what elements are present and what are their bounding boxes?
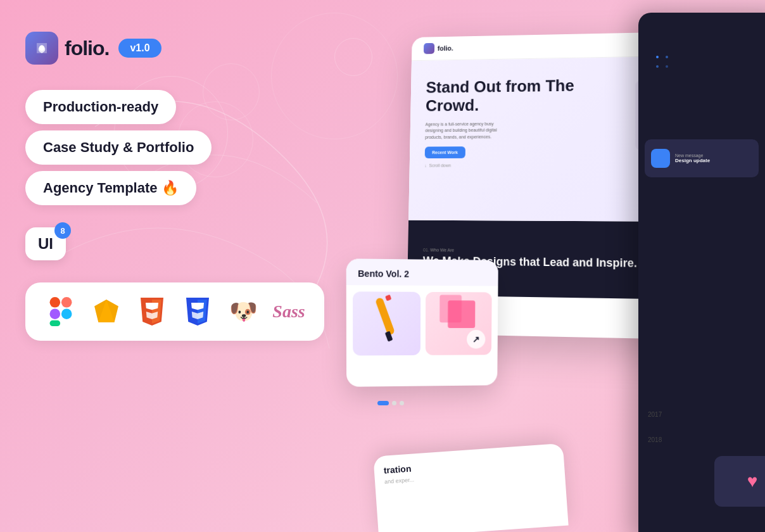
mockup-cta-button[interactable]: Recent Work <box>425 147 465 159</box>
bento-label: Bento Vol. 2 <box>358 269 409 279</box>
svg-rect-33 <box>375 297 395 336</box>
pill-case-study: Case Study & Portfolio <box>25 130 212 165</box>
bento-mockup: Bento Vol. 2 ↗ <box>346 258 498 387</box>
ui-badge-container: UI 8 <box>25 227 374 260</box>
tech-stack: 🐶 Sass <box>25 282 324 341</box>
pill-text-2: Agency Template 🔥 <box>43 180 179 196</box>
hero-headline: Stand Out from The Crowd. <box>426 76 604 115</box>
hero-text: Stand Out from The Crowd. Agency is a fu… <box>424 70 604 209</box>
mockup-logo-text: folio. <box>438 44 453 52</box>
sass-icon: Sass <box>272 295 305 328</box>
ui-badge-label: UI <box>38 235 53 253</box>
year-2017: 2017 <box>648 411 662 418</box>
svg-point-40 <box>656 65 659 68</box>
mockup-area: folio. About Work Services Jobs Stand Ou… <box>328 13 765 532</box>
svg-rect-3 <box>50 308 61 319</box>
svg-point-39 <box>666 56 668 58</box>
svg-rect-35 <box>385 294 391 301</box>
svg-point-38 <box>656 56 659 58</box>
html5-icon <box>136 295 168 328</box>
sass-text: Sass <box>272 301 305 322</box>
pill-text-1: Case Study & Portfolio <box>43 139 194 156</box>
hero-subtitle: Agency is a full-service agency busy des… <box>425 121 498 141</box>
pug-icon: 🐶 <box>227 295 260 328</box>
brand-name: folio. <box>65 37 109 60</box>
heart-card: ♥ <box>714 456 765 507</box>
dot-1 <box>392 401 396 405</box>
pill-text-0: Production-ready <box>43 99 158 115</box>
ui-badge-count: 8 <box>54 222 71 239</box>
svg-rect-2 <box>61 297 72 308</box>
bento-card-1 <box>353 291 420 355</box>
svg-rect-4 <box>50 320 61 326</box>
pill-agency-template: Agency Template 🔥 <box>25 171 196 205</box>
figma-icon <box>44 295 77 328</box>
logo-area: folio. v1.0 <box>25 32 374 65</box>
notification-card: New message Design update <box>645 139 759 177</box>
year-2018: 2018 <box>648 436 662 443</box>
ui-badge: UI 8 <box>25 227 66 260</box>
svg-rect-37 <box>448 300 475 328</box>
sketch-icon <box>90 295 123 328</box>
bento-header: Bento Vol. 2 <box>346 258 498 286</box>
mockup-logo: folio. <box>424 42 453 54</box>
version-badge: v1.0 <box>118 39 161 58</box>
svg-point-41 <box>666 65 668 68</box>
pagination-dots <box>377 401 404 405</box>
svg-point-5 <box>61 308 72 319</box>
folio-logo-icon <box>25 32 58 65</box>
mockup-logo-icon <box>424 43 434 54</box>
dot-2 <box>400 401 404 405</box>
css3-icon <box>181 295 214 328</box>
feature-pills: Production-ready Case Study & Portfolio … <box>25 90 374 205</box>
bento-card-2: ↗ <box>426 292 492 355</box>
dots-decoration <box>651 51 702 104</box>
bottom-card-text: tration and exper... <box>373 443 566 495</box>
pill-production-ready: Production-ready <box>25 90 176 124</box>
svg-rect-1 <box>50 297 61 308</box>
bottom-rotated-card: tration and exper... <box>373 443 568 532</box>
dot-active <box>377 401 389 405</box>
scroll-label: ↓ Scroll down <box>424 163 604 168</box>
svg-point-0 <box>39 46 44 51</box>
left-panel: folio. v1.0 Production-ready Case Study … <box>25 32 374 341</box>
right-dark-panel: 2017 2018 ♥ New message Design update <box>638 13 765 532</box>
bento-content: ↗ <box>346 285 498 362</box>
